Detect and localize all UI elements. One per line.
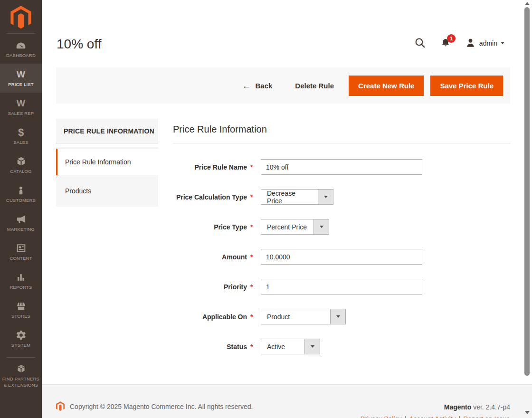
search-button[interactable] bbox=[414, 37, 426, 49]
admin-user-label: admin bbox=[479, 39, 497, 47]
content-area: PRICE RULE INFORMATION Price Rule Inform… bbox=[42, 104, 532, 369]
sidebar-item-marketing[interactable]: MARKETING bbox=[0, 209, 42, 238]
user-icon bbox=[465, 38, 476, 48]
create-new-rule-button[interactable]: Create New Rule bbox=[349, 76, 424, 96]
select-arrow-icon bbox=[304, 339, 320, 354]
field-label: Price Rule Name bbox=[173, 163, 247, 171]
sidebar-item-catalog[interactable]: CATALOG bbox=[0, 151, 42, 180]
magento-footer-logo-icon bbox=[56, 401, 65, 411]
footer-links: Privacy Policy|Account Activity|Report a… bbox=[361, 415, 510, 418]
scrollbar-down-arrow[interactable] bbox=[525, 411, 530, 414]
notification-badge: 1 bbox=[447, 34, 456, 43]
sidebar-item-sales-rep[interactable]: W SALES REP bbox=[0, 93, 42, 122]
sidebar-item-label: CONTENT bbox=[1, 256, 40, 262]
required-mark: * bbox=[250, 163, 257, 171]
select-value: Percent Price bbox=[261, 219, 314, 234]
sidebar-item-label: STORES bbox=[1, 314, 40, 320]
sidebar-item-find-partners[interactable]: FIND PARTNERS & EXTENSIONS bbox=[0, 359, 42, 393]
tabs-panel-header: PRICE RULE INFORMATION bbox=[56, 119, 158, 143]
required-mark: * bbox=[250, 253, 257, 261]
required-mark: * bbox=[250, 223, 257, 231]
sidebar-item-label: REPORTS bbox=[1, 285, 40, 291]
links-separator: | bbox=[459, 415, 461, 418]
priority-input[interactable] bbox=[261, 279, 422, 294]
field-price-rule-name: Price Rule Name * bbox=[173, 159, 510, 175]
sidebar-item-label: SALES REP bbox=[1, 111, 40, 117]
field-label: Status bbox=[173, 343, 247, 351]
sidebar-item-sales[interactable]: $ SALES bbox=[0, 122, 42, 151]
field-applicable-on: Applicable On * Product bbox=[173, 309, 510, 324]
price-calculation-type-select[interactable]: Decrease Price bbox=[261, 189, 333, 205]
sidebar-item-system[interactable]: SYSTEM bbox=[0, 324, 42, 353]
back-arrow-icon: ← bbox=[242, 81, 251, 90]
select-arrow-icon bbox=[314, 219, 329, 234]
sidebar-item-stores[interactable]: STORES bbox=[0, 295, 42, 324]
required-mark: * bbox=[250, 343, 257, 351]
customers-icon bbox=[16, 185, 26, 196]
applicable-on-select[interactable]: Product bbox=[261, 309, 346, 324]
reports-icon bbox=[16, 272, 26, 283]
account-activity-link[interactable]: Account Activity bbox=[409, 415, 456, 418]
search-icon bbox=[414, 37, 426, 49]
admin-sidebar: DASHBOARD W PRICE LIST W SALES REP $ SAL… bbox=[0, 0, 42, 418]
amount-input[interactable] bbox=[261, 249, 422, 265]
page-actions-bar: ← Back Delete Rule Create New Rule Save … bbox=[56, 67, 510, 104]
sidebar-item-customers[interactable]: CUSTOMERS bbox=[0, 180, 42, 209]
required-mark: * bbox=[250, 283, 257, 291]
sidebar-item-content[interactable]: CONTENT bbox=[0, 238, 42, 266]
footer: Copyright © 2025 Magento Commerce Inc. A… bbox=[42, 384, 532, 418]
field-amount: Amount * bbox=[173, 249, 510, 265]
field-priority: Priority * bbox=[173, 279, 510, 294]
save-price-rule-button[interactable]: Save Price Rule bbox=[430, 76, 503, 96]
sidebar-item-label: DASHBOARD bbox=[1, 53, 40, 59]
delete-rule-button[interactable]: Delete Rule bbox=[295, 82, 334, 90]
status-select[interactable]: Active bbox=[261, 339, 320, 354]
back-button[interactable]: ← Back bbox=[242, 81, 272, 90]
sidebar-item-label: SYSTEM bbox=[1, 342, 40, 349]
magento-logo-icon bbox=[10, 6, 32, 29]
scrollbar-up-arrow[interactable] bbox=[525, 2, 530, 5]
price-list-icon: W bbox=[17, 69, 25, 80]
sidebar-item-label: CATALOG bbox=[1, 169, 40, 175]
field-price-calculation-type: Price Calculation Type * Decrease Price bbox=[173, 189, 510, 205]
sales-icon: $ bbox=[18, 127, 24, 138]
section-title: Price Rule Information bbox=[173, 124, 510, 135]
tab-price-rule-information[interactable]: Price Rule Information bbox=[56, 149, 158, 175]
header-icons: 1 admin bbox=[414, 37, 504, 49]
sidebar-item-reports[interactable]: REPORTS bbox=[0, 266, 42, 295]
sidebar-divider bbox=[7, 33, 35, 34]
notifications-button[interactable]: 1 bbox=[440, 38, 451, 48]
chevron-down-icon bbox=[501, 42, 504, 44]
scrollbar-thumb[interactable] bbox=[524, 7, 530, 376]
field-label: Price Type bbox=[173, 223, 247, 231]
magento-logo[interactable] bbox=[0, 0, 42, 29]
sidebar-item-label: SALES bbox=[1, 140, 40, 146]
admin-user-menu[interactable]: admin bbox=[465, 38, 504, 48]
footer-main: Copyright © 2025 Magento Commerce Inc. A… bbox=[56, 401, 253, 411]
sidebar-item-label: FIND PARTNERS & EXTENSIONS bbox=[1, 376, 40, 389]
select-value: Decrease Price bbox=[261, 190, 318, 204]
field-label: Priority bbox=[173, 283, 247, 291]
form-rows: Price Rule Name * Price Calculation Type… bbox=[173, 159, 510, 354]
report-issue-link[interactable]: Report an Issue bbox=[463, 415, 510, 418]
sidebar-item-price-list[interactable]: W PRICE LIST bbox=[0, 64, 42, 93]
sidebar-item-label: MARKETING bbox=[1, 227, 40, 233]
sidebar-divider bbox=[7, 357, 35, 358]
sidebar-item-label: CUSTOMERS bbox=[1, 198, 40, 204]
field-label: Applicable On bbox=[173, 313, 247, 321]
sidebar-item-dashboard[interactable]: DASHBOARD bbox=[0, 35, 42, 64]
select-value: Active bbox=[261, 339, 304, 354]
price-rule-name-input[interactable] bbox=[261, 159, 422, 175]
select-arrow-icon bbox=[330, 309, 345, 324]
brand-name: Magento bbox=[444, 403, 472, 411]
select-arrow-icon bbox=[318, 190, 333, 204]
stores-icon bbox=[16, 301, 27, 312]
tab-products[interactable]: Products bbox=[56, 175, 158, 207]
copyright-text: Copyright © 2025 Magento Commerce Inc. A… bbox=[70, 403, 253, 410]
form-tabs-panel: PRICE RULE INFORMATION Price Rule Inform… bbox=[56, 119, 158, 369]
field-label: Amount bbox=[173, 253, 247, 261]
privacy-policy-link[interactable]: Privacy Policy bbox=[361, 415, 402, 418]
required-mark: * bbox=[250, 313, 257, 321]
price-type-select[interactable]: Percent Price bbox=[261, 219, 329, 235]
marketing-icon bbox=[16, 214, 27, 225]
